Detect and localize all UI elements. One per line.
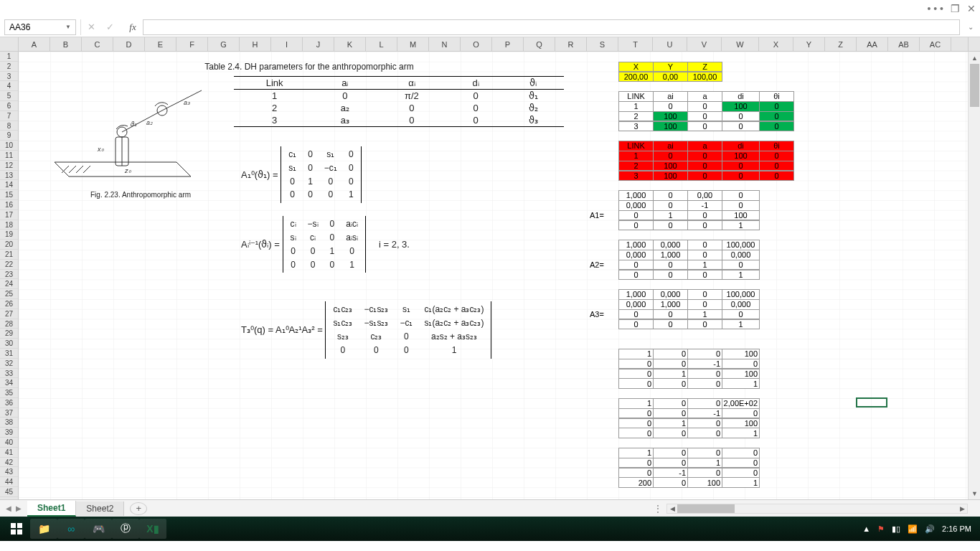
cell[interactable]: 0 <box>687 349 722 359</box>
cell[interactable]: 0 <box>618 260 654 270</box>
row-header[interactable]: 21 <box>0 250 18 260</box>
cell[interactable]: 0 <box>687 161 722 171</box>
row-header[interactable]: 41 <box>0 448 18 458</box>
cell[interactable]: 0 <box>653 200 688 211</box>
cell[interactable]: 0 <box>687 398 722 409</box>
cell[interactable]: 0 <box>722 408 760 419</box>
column-header[interactable]: N <box>429 37 461 51</box>
cell[interactable]: 200,00 <box>618 72 654 83</box>
row-header[interactable]: 40 <box>0 438 18 448</box>
cell[interactable]: ai <box>653 141 688 151</box>
row-header[interactable]: 35 <box>0 388 18 398</box>
cell[interactable]: 0 <box>722 309 760 320</box>
cell[interactable]: 0 <box>653 398 688 409</box>
cell[interactable]: 0 <box>759 171 794 182</box>
cell[interactable]: 100 <box>687 477 722 488</box>
row-header[interactable]: 5 <box>0 91 18 101</box>
column-header[interactable]: AA <box>857 37 888 51</box>
cell[interactable]: 200 <box>618 477 654 488</box>
row-header[interactable]: 20 <box>0 240 18 250</box>
cell[interactable]: 0 <box>653 190 688 201</box>
cell[interactable]: 100 <box>722 151 760 161</box>
cell[interactable]: 0 <box>618 408 654 419</box>
cell[interactable]: 0 <box>722 458 760 468</box>
column-header[interactable]: O <box>461 37 492 51</box>
row-header[interactable]: 13 <box>0 171 18 181</box>
column-header[interactable]: AB <box>888 37 920 51</box>
cell[interactable]: 1 <box>687 458 722 468</box>
cell[interactable]: 0 <box>687 319 722 330</box>
row-header[interactable]: 36 <box>0 398 18 408</box>
cell[interactable]: a <box>687 91 722 102</box>
cell[interactable]: 0 <box>687 428 722 438</box>
cell[interactable]: 0 <box>653 270 688 281</box>
cell[interactable]: 1 <box>653 418 688 429</box>
column-header[interactable]: H <box>240 37 271 51</box>
cell[interactable]: 0,000 <box>618 250 654 260</box>
cell[interactable]: 0,000 <box>722 250 760 260</box>
cell[interactable]: 1 <box>722 477 760 488</box>
clock[interactable]: 2:16 PM <box>942 524 971 533</box>
cell[interactable]: -1 <box>687 408 722 419</box>
column-header[interactable]: L <box>366 37 397 51</box>
cell[interactable]: 0 <box>687 299 722 310</box>
cell[interactable]: 0 <box>653 408 688 419</box>
cell[interactable]: 0 <box>722 359 760 369</box>
cell[interactable]: 1 <box>722 378 760 389</box>
column-header[interactable]: S <box>587 37 618 51</box>
cell[interactable]: 0 <box>759 161 794 171</box>
chevron-down-icon[interactable]: ▼ <box>65 24 71 30</box>
cell[interactable]: 0,000 <box>618 299 654 310</box>
cell[interactable]: 0 <box>687 468 722 479</box>
row-header[interactable]: 23 <box>0 270 18 280</box>
cell[interactable]: 0 <box>722 260 760 270</box>
column-header[interactable]: X <box>759 37 793 51</box>
cell[interactable]: 100 <box>722 210 760 221</box>
expand-formula-icon[interactable]: ⌄ <box>964 23 977 31</box>
cell[interactable]: 0 <box>759 151 794 161</box>
cell[interactable]: 0 <box>687 111 722 122</box>
cell[interactable]: 1,000 <box>618 240 654 250</box>
volume-icon[interactable]: 🔊 <box>925 524 935 534</box>
cell[interactable]: 1 <box>722 220 760 231</box>
cell[interactable]: 2,00E+02 <box>722 398 760 409</box>
cell[interactable]: 2 <box>618 161 654 171</box>
cell[interactable]: 0 <box>618 369 654 380</box>
scroll-left-icon[interactable]: ◀ <box>667 505 677 512</box>
hscroll-thumb[interactable] <box>677 504 735 513</box>
column-header[interactable]: Y <box>793 37 825 51</box>
cell[interactable]: 0 <box>687 240 722 250</box>
wifi-icon[interactable]: 📶 <box>908 524 918 534</box>
row-header[interactable]: 30 <box>0 339 18 349</box>
vertical-scrollbar[interactable]: ▲ ▼ <box>968 52 980 499</box>
cancel-icon[interactable]: ✕ <box>85 22 97 32</box>
column-header[interactable]: C <box>82 37 113 51</box>
cell[interactable]: 1 <box>722 319 760 330</box>
tab-prev-icon[interactable]: ◀ <box>6 504 11 512</box>
scroll-down-icon[interactable]: ▼ <box>969 487 980 499</box>
cell[interactable]: Z <box>687 62 722 72</box>
row-header[interactable]: 4 <box>0 81 18 91</box>
cell[interactable]: 0 <box>722 161 760 171</box>
cell[interactable]: 0 <box>687 101 722 112</box>
cell[interactable]: 1 <box>618 398 654 409</box>
cell[interactable]: 0,000 <box>653 240 688 250</box>
cell[interactable]: 0 <box>722 190 760 201</box>
cell[interactable]: 0 <box>653 428 688 438</box>
cell[interactable]: 1 <box>722 428 760 438</box>
cell[interactable]: 0 <box>722 111 760 122</box>
fx-icon[interactable]: fx <box>127 22 138 33</box>
row-header[interactable]: 3 <box>0 72 18 82</box>
tab-options-icon[interactable]: ⋮ <box>649 504 666 514</box>
cell[interactable]: 0 <box>687 378 722 389</box>
cell[interactable]: LINK <box>618 141 654 151</box>
cell[interactable]: 0 <box>687 250 722 260</box>
row-header[interactable]: 45 <box>0 487 18 497</box>
column-header[interactable]: F <box>176 37 208 51</box>
cell[interactable]: 1,000 <box>653 250 688 260</box>
cell[interactable]: 100 <box>722 101 760 112</box>
cell[interactable]: 100 <box>653 171 688 182</box>
column-header[interactable]: A <box>19 37 50 51</box>
row-header[interactable]: 29 <box>0 329 18 339</box>
row-header[interactable]: 22 <box>0 260 18 270</box>
